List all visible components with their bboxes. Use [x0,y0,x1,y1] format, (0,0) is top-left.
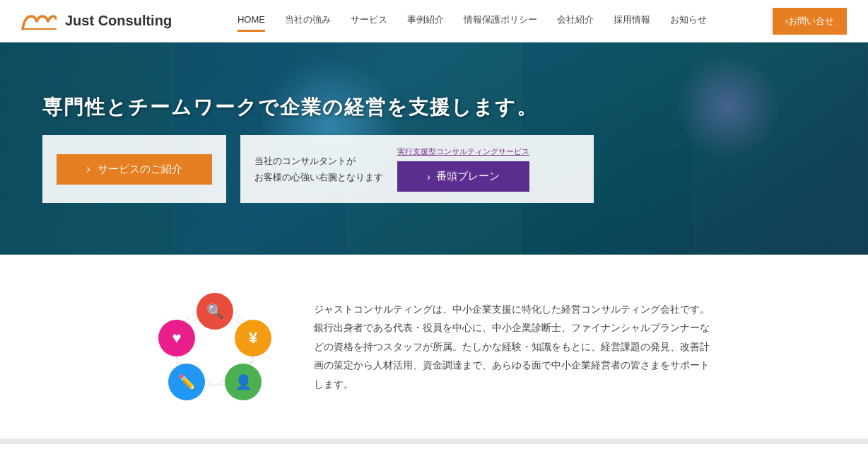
service-btn-label: サービスのご紹介 [98,163,182,176]
cta-arrow-icon: › [427,170,430,182]
service-arrow-icon: › [86,163,90,175]
nav-cases[interactable]: 事例紹介 [407,13,444,29]
nav-services[interactable]: サービス [351,13,387,29]
logo-icon [21,11,57,32]
hero-service-card: › サービスのご紹介 [42,135,226,203]
nav-company[interactable]: 会社紹介 [557,13,594,29]
consultant-text-line2: お客様の心強い右腕となります [254,169,383,185]
search-icon-circle: 🔍 [197,293,233,330]
site-header: Just Consulting HOME 当社の強み サービス 事例紹介 情報保… [0,0,868,42]
heart-icon-circle: ♥ [158,320,195,356]
banto-brain-button[interactable]: › 番頭ブレーン [397,161,529,192]
nav-strengths[interactable]: 当社の強み [285,13,331,29]
pencil-icon-circle: ✏️ [168,364,205,400]
consultant-description: 当社のコンサルタントが お客様の心強い右腕となります [254,153,383,186]
consultant-text-line1: 当社のコンサルタントが [254,153,383,169]
yen-icon-circle: ¥ [235,320,271,356]
nav-home[interactable]: HOME [237,14,265,28]
main-nav: HOME 当社の強み サービス 事例紹介 情報保護ポリシー 会社紹介 採用情報 … [172,13,773,29]
cta-area: 実行支援型コンサルティングサービス › 番頭ブレーン [397,146,529,192]
nav-news[interactable]: お知らせ [670,13,707,29]
cta-label: 実行支援型コンサルティングサービス [397,146,529,157]
logo-area: Just Consulting [21,11,172,32]
nav-privacy[interactable]: 情報保護ポリシー [464,13,537,29]
footer-strip [0,439,868,444]
cta-btn-label: 番頭ブレーン [436,170,500,183]
hero-consultant-card: 当社のコンサルタントが お客様の心強い右腕となります 実行支援型コンサルティング… [240,135,594,203]
contact-button[interactable]: ›お問い合せ [773,8,847,35]
hero-title: 専門性とチームワークで企業の経営を支援します。 [42,94,826,121]
person-icon-circle: 👤 [225,364,262,400]
nav-recruit[interactable]: 採用情報 [614,13,650,29]
hero-content: 専門性とチームワークで企業の経営を支援します。 › サービスのご紹介 当社のコン… [0,94,868,203]
about-description: ジャストコンサルティングは、中小企業支援に特化した経営コンサルティング会社です。… [314,300,710,394]
icon-diagram: 🔍 ¥ 👤 ✏️ ♥ [158,290,271,403]
logo-text: Just Consulting [65,13,172,29]
about-section: 🔍 ¥ 👤 ✏️ ♥ ジャストコンサルティングは、中小企業支援に特化した経営コン… [0,255,868,439]
service-intro-button[interactable]: › サービスのご紹介 [57,154,212,185]
hero-section: 専門性とチームワークで企業の経営を支援します。 › サービスのご紹介 当社のコン… [0,42,868,255]
hero-cards: › サービスのご紹介 当社のコンサルタントが お客様の心強い右腕となります 実行… [42,135,826,203]
